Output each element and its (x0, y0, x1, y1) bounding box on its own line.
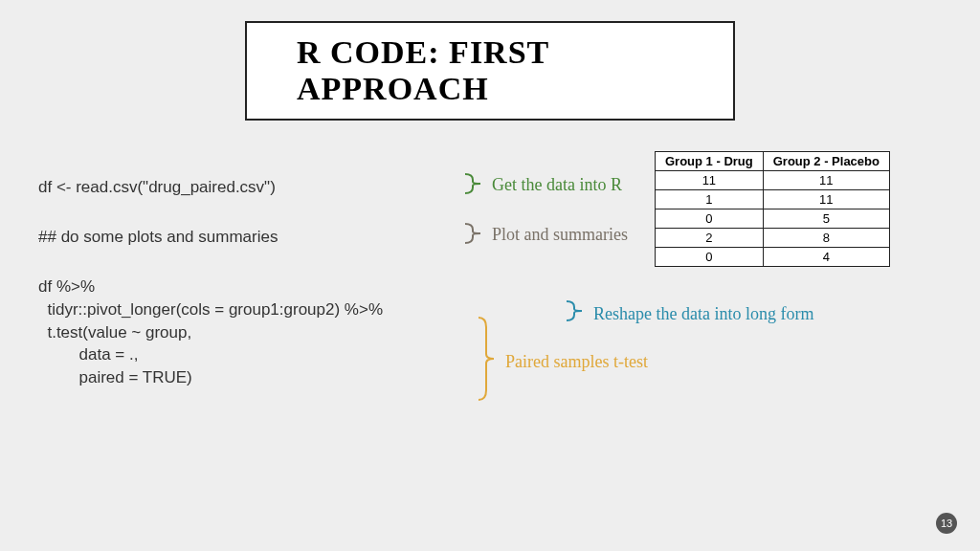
code-line-comment: ## do some plots and summaries (38, 228, 278, 247)
annotation-reshape: Reshape the data into long form (593, 304, 813, 324)
data-table: Group 1 - Drug Group 2 - Placebo 1111 11… (655, 151, 890, 267)
code-block-pipe: df %>% tidyr::pivot_longer(cols = group1… (38, 276, 383, 389)
bracket-gold-icon (477, 316, 498, 402)
table-row: 111 (656, 190, 890, 209)
table-row: 1111 (656, 171, 890, 190)
page-number: 13 (936, 513, 957, 534)
bracket-grey-icon (463, 222, 484, 245)
slide-title: R CODE: FIRST APPROACH (297, 34, 683, 107)
code-line-read-csv: df <- read.csv("drug_paired.csv") (38, 178, 276, 197)
bracket-teal-icon (565, 299, 586, 322)
annotation-plots: Plot and summaries (492, 225, 628, 245)
bracket-green-icon (463, 172, 484, 195)
table-header-group1: Group 1 - Drug (656, 152, 764, 171)
slide-title-box: R CODE: FIRST APPROACH (245, 21, 735, 121)
annotation-ttest: Paired samples t-test (505, 352, 648, 372)
table-row: 28 (656, 229, 890, 248)
table-row: 05 (656, 209, 890, 229)
annotation-get-data: Get the data into R (492, 175, 622, 195)
table-header-group2: Group 2 - Placebo (763, 152, 889, 171)
table-row: 04 (656, 248, 890, 267)
